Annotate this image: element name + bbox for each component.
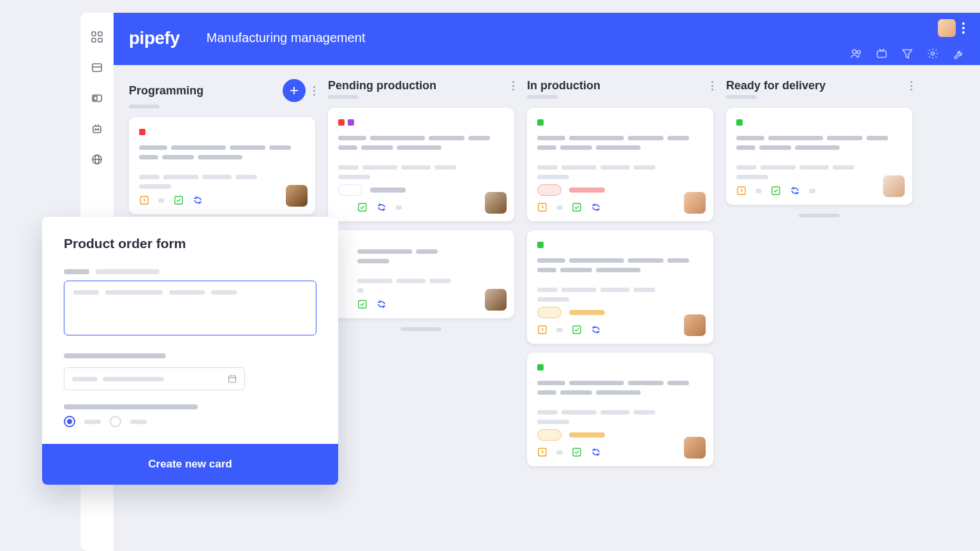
members-icon[interactable]: [850, 47, 863, 60]
assignee-avatar[interactable]: [485, 192, 507, 214]
sync-icon: [376, 299, 387, 309]
form-field-label: [64, 353, 316, 358]
tools-icon[interactable]: [952, 47, 965, 60]
status-pill: [537, 429, 561, 441]
kanban-card[interactable]: [527, 108, 713, 221]
svg-rect-32: [772, 187, 780, 195]
check-icon: [174, 195, 184, 205]
svg-rect-22: [175, 196, 182, 204]
kanban-card[interactable]: [527, 230, 713, 344]
calendar-icon: [228, 374, 237, 383]
sync-icon: [591, 325, 601, 335]
tag-purple: [348, 119, 354, 126]
kanban-card[interactable]: [328, 108, 514, 221]
svg-point-17: [858, 51, 861, 54]
inbox-icon[interactable]: [875, 47, 888, 60]
assignee-avatar[interactable]: [286, 185, 308, 207]
svg-point-11: [95, 129, 96, 130]
radio-option-1[interactable]: [64, 416, 75, 427]
status-bar: [569, 310, 605, 315]
svg-rect-7: [94, 96, 97, 100]
check-icon: [572, 325, 582, 335]
globe-icon[interactable]: [91, 153, 103, 166]
load-more-hint: [799, 214, 840, 217]
app-logo: pipefy: [129, 28, 179, 48]
load-more-hint: [401, 327, 442, 331]
board-title: Manufacturing management: [206, 31, 365, 45]
status-pill: [338, 184, 362, 196]
form-title: Product order form: [64, 236, 316, 251]
sync-icon: [193, 195, 203, 205]
kanban-card[interactable]: [328, 230, 514, 318]
clock-icon: [537, 447, 547, 457]
tag-green: [537, 242, 544, 248]
svg-rect-24: [359, 300, 366, 308]
svg-marker-19: [903, 50, 912, 58]
svg-point-12: [98, 129, 99, 130]
column-menu-icon[interactable]: [910, 81, 912, 91]
tag-green: [736, 119, 743, 126]
kanban-card[interactable]: [129, 117, 315, 214]
column-pending-production: Pending production: [328, 79, 514, 537]
status-pill: [537, 307, 561, 318]
column-title: Pending production: [328, 79, 436, 92]
check-icon: [357, 299, 368, 309]
header-menu-icon[interactable]: [962, 22, 965, 34]
sync-icon: [591, 447, 601, 457]
column-title: Ready for delivery: [726, 79, 826, 92]
current-user-avatar[interactable]: [938, 19, 956, 37]
assignee-avatar[interactable]: [883, 175, 905, 197]
svg-rect-28: [573, 326, 581, 334]
settings-icon[interactable]: [926, 47, 939, 60]
status-bar: [569, 432, 605, 437]
svg-rect-0: [92, 32, 96, 36]
check-icon: [572, 202, 582, 212]
assignee-avatar[interactable]: [684, 314, 706, 336]
filter-icon[interactable]: [901, 47, 914, 60]
clock-icon: [736, 186, 746, 196]
svg-rect-1: [98, 32, 102, 36]
form-field-label: [64, 404, 316, 409]
column-menu-icon[interactable]: [711, 81, 713, 91]
column-menu-icon[interactable]: [512, 81, 514, 91]
automation-icon[interactable]: [91, 122, 103, 135]
status-bar: [370, 187, 406, 193]
sync-icon: [376, 202, 387, 212]
check-icon: [572, 447, 582, 457]
clock-icon: [139, 195, 149, 205]
list-view-icon[interactable]: [91, 61, 103, 74]
column-in-production: In production: [527, 79, 713, 537]
tag-green: [537, 364, 544, 371]
date-input[interactable]: [64, 367, 245, 390]
check-icon: [771, 186, 781, 196]
svg-rect-23: [359, 203, 366, 211]
kanban-card[interactable]: [726, 108, 912, 205]
assignee-avatar[interactable]: [684, 437, 706, 459]
add-card-button[interactable]: +: [283, 79, 306, 102]
svg-rect-30: [573, 448, 581, 456]
svg-rect-18: [877, 51, 886, 57]
tag-red: [338, 119, 345, 126]
svg-rect-33: [229, 376, 236, 383]
header: pipefy Manufacturing management: [114, 13, 980, 65]
status-bar: [569, 187, 605, 193]
svg-point-20: [932, 52, 935, 55]
svg-rect-4: [93, 64, 101, 71]
svg-rect-8: [93, 126, 101, 133]
create-card-form: Product order form Create new card: [42, 217, 338, 485]
column-menu-icon[interactable]: [313, 86, 315, 96]
dashboard-icon[interactable]: [91, 31, 103, 43]
card-view-icon[interactable]: [91, 92, 103, 105]
tag-green: [537, 119, 544, 126]
column-ready-for-delivery: Ready for delivery: [726, 79, 912, 537]
assignee-avatar[interactable]: [485, 289, 507, 311]
radio-option-2[interactable]: [110, 416, 121, 427]
svg-rect-26: [573, 203, 581, 211]
status-pill: [537, 184, 561, 196]
tag-red: [139, 129, 145, 135]
assignee-avatar[interactable]: [684, 192, 706, 214]
description-textarea[interactable]: [64, 281, 316, 335]
kanban-card[interactable]: [527, 353, 713, 466]
sync-icon: [790, 186, 800, 196]
create-card-button[interactable]: Create new card: [42, 444, 338, 485]
